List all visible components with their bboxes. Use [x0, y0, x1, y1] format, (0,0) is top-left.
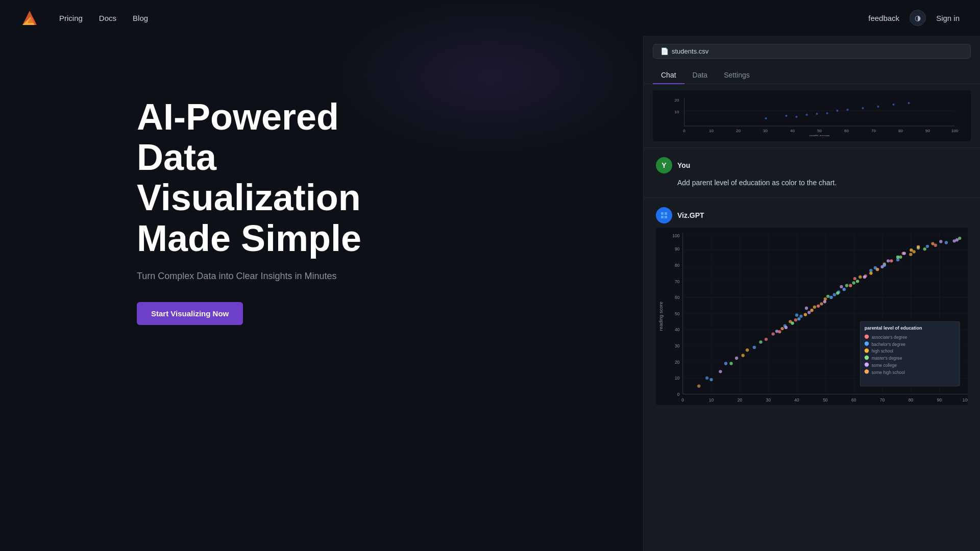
svg-rect-140: [860, 321, 960, 386]
nav-docs[interactable]: Docs: [99, 14, 116, 22]
svg-point-102: [735, 357, 738, 360]
scatter-svg: 0 10 20 30 40 50 60 70 80 90 100 0 10 20…: [656, 228, 968, 405]
feedback-link[interactable]: feedback: [868, 14, 899, 22]
file-chip: 📄 students.csv: [653, 44, 971, 59]
hero-left: AI-Powered Data Visualization Made Simpl…: [0, 97, 383, 325]
nav-pricing[interactable]: Pricing: [59, 14, 83, 22]
message-header-viz: Viz.GPT: [656, 207, 968, 223]
cta-button[interactable]: Start Visualizing Now: [137, 302, 243, 325]
svg-point-125: [890, 259, 893, 262]
svg-text:0: 0: [681, 397, 684, 403]
svg-point-100: [931, 242, 934, 245]
svg-point-148: [865, 356, 869, 360]
svg-text:90: 90: [675, 246, 680, 252]
svg-text:30: 30: [763, 129, 768, 133]
svg-point-106: [780, 327, 783, 330]
svg-rect-33: [661, 212, 664, 215]
svg-point-136: [797, 317, 800, 320]
svg-text:80: 80: [898, 129, 903, 133]
svg-point-115: [705, 377, 708, 380]
tab-data[interactable]: Data: [684, 67, 716, 84]
svg-point-137: [791, 321, 794, 324]
svg-point-150: [865, 362, 869, 366]
svg-point-78: [799, 315, 802, 318]
svg-point-20: [765, 117, 767, 119]
svg-point-109: [729, 362, 732, 365]
svg-point-117: [952, 239, 955, 242]
svg-text:0: 0: [683, 129, 685, 133]
svg-point-24: [847, 109, 849, 111]
file-icon: 📄: [660, 47, 669, 55]
svg-point-86: [912, 250, 915, 253]
svg-text:20: 20: [738, 397, 743, 403]
svg-point-97: [887, 259, 890, 262]
message-text-you: Add parent level of education as color t…: [656, 178, 968, 188]
sender-you: You: [677, 161, 690, 169]
svg-text:20: 20: [675, 360, 680, 365]
svg-point-132: [823, 300, 826, 303]
sender-viz: Viz.GPT: [677, 211, 704, 219]
svg-text:math score: math score: [810, 134, 830, 136]
avatar-viz: [656, 207, 672, 223]
svg-text:some college: some college: [871, 363, 897, 368]
svg-point-90: [794, 318, 797, 321]
svg-text:bachelor's degree: bachelor's degree: [871, 342, 905, 347]
small-chart: 10 20 0 10 20 30 40 50 60 70 80 90 100 m…: [653, 90, 971, 141]
svg-point-122: [869, 271, 872, 274]
svg-text:reading score: reading score: [658, 302, 664, 331]
svg-text:50: 50: [823, 397, 828, 403]
svg-point-129: [917, 245, 920, 248]
svg-point-26: [877, 106, 879, 108]
svg-point-68: [852, 281, 855, 284]
message-viz: Viz.GPT 0 10: [644, 197, 980, 416]
svg-point-64: [795, 314, 798, 317]
svg-text:80: 80: [675, 263, 680, 268]
nav-links: Pricing Docs Blog: [59, 14, 148, 22]
svg-text:50: 50: [817, 129, 822, 133]
svg-point-128: [910, 248, 913, 252]
hero-title: AI-Powered Data Visualization Made Simpl…: [137, 97, 383, 259]
theme-toggle-button[interactable]: ◑: [910, 10, 926, 26]
svg-point-27: [893, 104, 895, 106]
svg-text:80: 80: [909, 397, 914, 403]
svg-point-30: [816, 113, 818, 115]
svg-text:70: 70: [880, 397, 885, 403]
svg-text:high school: high school: [871, 348, 893, 354]
svg-text:10: 10: [709, 129, 714, 133]
svg-point-131: [829, 296, 832, 299]
sign-in-button[interactable]: Sign in: [936, 14, 960, 22]
svg-text:30: 30: [766, 397, 771, 403]
svg-point-74: [934, 244, 937, 247]
svg-text:10: 10: [675, 375, 680, 381]
svg-point-94: [845, 284, 848, 287]
svg-point-110: [742, 354, 745, 357]
svg-point-144: [865, 341, 869, 345]
svg-text:parental level of education: parental level of education: [865, 325, 922, 331]
svg-point-142: [865, 335, 869, 339]
svg-point-118: [843, 288, 846, 291]
demo-panel: 📄 students.csv Chat Data Settings 10 20 …: [643, 36, 980, 551]
svg-point-28: [908, 102, 910, 104]
svg-text:100: 100: [672, 233, 679, 238]
svg-text:20: 20: [675, 98, 679, 103]
svg-point-119: [849, 284, 852, 287]
svg-point-95: [859, 276, 862, 279]
tab-chat[interactable]: Chat: [653, 67, 684, 84]
svg-point-108: [719, 370, 722, 373]
nav-blog[interactable]: Blog: [133, 14, 148, 22]
svg-point-29: [796, 116, 798, 118]
svg-text:60: 60: [675, 295, 680, 300]
nav-right: feedback ◑ Sign in: [868, 10, 960, 26]
svg-point-112: [765, 338, 768, 341]
svg-point-123: [876, 268, 879, 271]
svg-rect-34: [665, 212, 667, 215]
svg-point-121: [863, 276, 866, 279]
tab-settings[interactable]: Settings: [716, 67, 758, 84]
svg-point-134: [810, 309, 813, 312]
svg-point-113: [775, 330, 778, 333]
svg-text:10: 10: [709, 397, 714, 403]
svg-point-120: [856, 280, 859, 283]
svg-point-124: [883, 264, 886, 267]
logo[interactable]: [20, 9, 39, 27]
message-header-you: Y You: [656, 157, 968, 173]
